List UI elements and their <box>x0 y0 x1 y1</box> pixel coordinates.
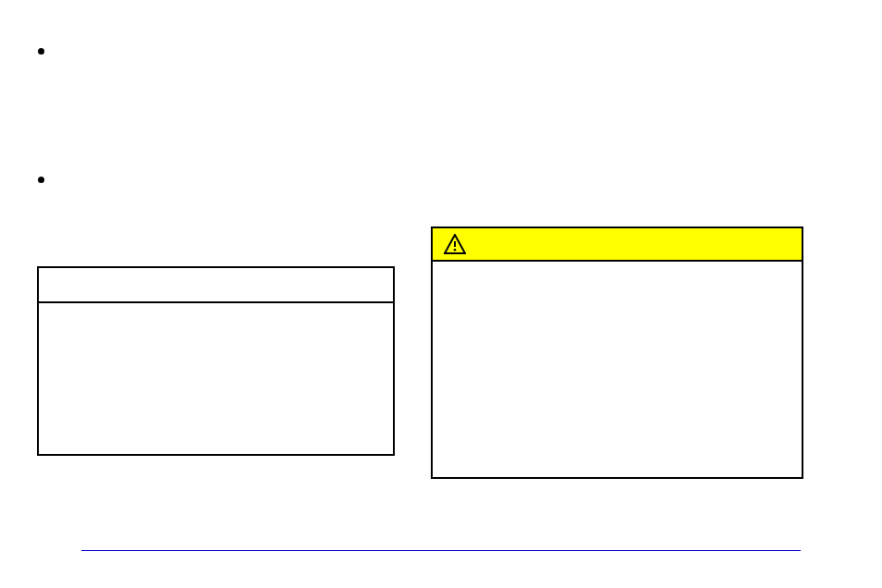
caution-box <box>431 227 803 479</box>
warning-triangle-icon <box>444 234 466 254</box>
footer-separator <box>81 550 801 551</box>
caution-box-body <box>433 262 802 477</box>
list-bullet <box>38 177 44 183</box>
list-bullet <box>38 48 44 55</box>
note-box-header <box>39 268 393 303</box>
note-box <box>37 266 395 456</box>
caution-box-header <box>433 228 802 262</box>
note-box-body <box>39 303 393 318</box>
svg-point-2 <box>454 249 457 251</box>
